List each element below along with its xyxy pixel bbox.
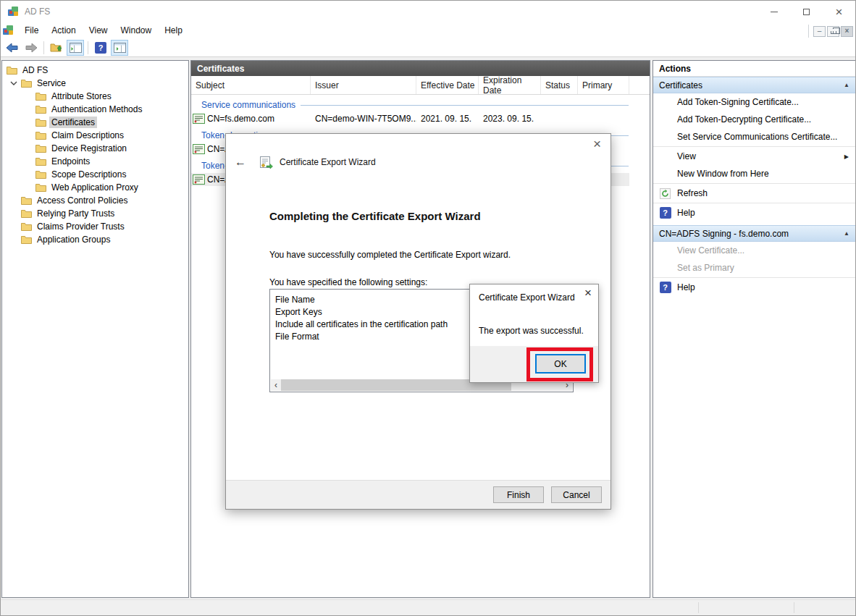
close-icon[interactable]: ×	[584, 287, 592, 299]
tree-item-device-registration[interactable]: Device Registration	[2, 142, 188, 155]
console-icon	[2, 25, 14, 36]
action-view[interactable]: View ▶	[653, 148, 855, 165]
folder-icon	[21, 209, 32, 218]
column-effective-date[interactable]: Effective Date	[416, 76, 479, 94]
menu-view[interactable]: View	[83, 23, 114, 38]
child-minimize-button[interactable]: –	[813, 26, 826, 37]
back-arrow-icon[interactable]: ←	[232, 156, 249, 169]
tree-item-label: Application Groups	[35, 234, 112, 245]
certificate-icon	[193, 174, 205, 185]
collapse-icon[interactable]: ▲	[844, 82, 849, 88]
finish-button[interactable]: Finish	[493, 486, 544, 503]
group-rule	[301, 105, 629, 106]
column-issuer[interactable]: Issuer	[311, 76, 416, 94]
forward-arrow-icon	[25, 43, 38, 53]
actions-section-certificates[interactable]: Certificates ▲	[653, 77, 855, 93]
cancel-button[interactable]: Cancel	[551, 486, 602, 503]
folder-icon	[35, 105, 46, 114]
column-expiration-date[interactable]: Expiration Date	[479, 76, 541, 94]
folder-icon	[35, 170, 46, 179]
scroll-left-icon[interactable]: ‹	[271, 379, 281, 391]
toolbar: ?	[1, 38, 855, 57]
up-one-level-button[interactable]	[48, 40, 65, 56]
tree-item-label: Scope Descriptions	[49, 169, 128, 180]
collapse-icon[interactable]: ▲	[844, 230, 849, 237]
tree-item-label: AD FS	[20, 64, 50, 76]
column-subject[interactable]: Subject	[191, 76, 311, 94]
action-help-2[interactable]: ? Help	[653, 279, 855, 296]
certificate-row[interactable]: CN=fs.demo.com CN=demo-WIN-7T5OM9... 202…	[191, 112, 629, 125]
action-set-service-communications[interactable]: Set Service Communications Certificate..…	[653, 128, 855, 145]
menu-action[interactable]: Action	[45, 23, 82, 38]
console-tree-icon	[70, 43, 82, 53]
show-console-tree-button[interactable]	[67, 40, 84, 56]
tree-item-adfs[interactable]: AD FS	[2, 64, 188, 77]
status-bar	[1, 599, 855, 615]
action-view-certificate[interactable]: View Certificate...	[653, 242, 855, 259]
close-button[interactable]: ×	[823, 1, 855, 22]
forward-button[interactable]	[22, 40, 40, 56]
tree-item-label: Access Control Policies	[35, 195, 130, 206]
actions-separator	[653, 183, 855, 184]
column-status[interactable]: Status	[541, 76, 578, 94]
status-separator	[698, 602, 699, 613]
tree-item-label: Endpoints	[49, 156, 92, 167]
msgbox-title: Certificate Export Wizard	[479, 292, 575, 303]
folder-icon	[21, 235, 32, 244]
minimize-button[interactable]	[758, 1, 790, 22]
maximize-icon	[803, 9, 810, 15]
tree-item-claim-descriptions[interactable]: Claim Descriptions	[2, 129, 188, 142]
column-primary[interactable]: Primary	[578, 76, 629, 94]
tree-item-web-application-proxy[interactable]: Web Application Proxy	[2, 181, 188, 194]
folder-icon	[35, 131, 46, 140]
cert-issuer: CN=demo-WIN-7T5OM9...	[311, 114, 416, 124]
folder-icon	[21, 196, 32, 205]
folder-icon	[35, 183, 46, 192]
action-help[interactable]: ? Help	[653, 204, 855, 221]
tree-item-scope-descriptions[interactable]: Scope Descriptions	[2, 168, 188, 181]
actions-header: Actions	[653, 61, 855, 77]
minimize-icon: –	[818, 28, 822, 35]
action-new-window[interactable]: New Window from Here	[653, 165, 855, 182]
action-set-as-primary[interactable]: Set as Primary	[653, 259, 855, 277]
certificate-icon	[193, 114, 205, 124]
actions-panel: Actions Certificates ▲ Add Token-Signing…	[653, 60, 856, 598]
actions-section-adfs-signing[interactable]: CN=ADFS Signing - fs.demo.com ▲	[653, 225, 855, 242]
child-restore-button[interactable]	[827, 26, 839, 37]
show-action-pane-button[interactable]	[111, 40, 128, 56]
section-title: Certificates	[659, 80, 844, 90]
tree-item-claims-provider-trusts[interactable]: Claims Provider Trusts	[2, 220, 188, 233]
adfs-window: AD FS × File Action View Window Help – ×	[0, 0, 856, 616]
action-add-token-signing[interactable]: Add Token-Signing Certificate...	[653, 93, 855, 111]
close-icon[interactable]: ×	[593, 137, 601, 151]
close-icon: ×	[845, 28, 849, 35]
tree-item-access-control-policies[interactable]: Access Control Policies	[2, 194, 188, 207]
wizard-success-text: You have successfully completed the Cert…	[269, 250, 511, 260]
refresh-icon	[656, 188, 674, 199]
tree-item-certificates[interactable]: Certificates	[2, 116, 188, 129]
help-button[interactable]: ?	[92, 40, 109, 56]
group-label: Service communications	[191, 100, 295, 110]
tree-item-service[interactable]: Service	[2, 77, 188, 90]
tree-item-endpoints[interactable]: Endpoints	[2, 155, 188, 168]
back-button[interactable]	[4, 40, 21, 56]
highlight-annotation	[526, 347, 593, 381]
menu-help[interactable]: Help	[158, 23, 189, 38]
chevron-down-icon[interactable]	[7, 81, 21, 85]
tree-item-authentication-methods[interactable]: Authentication Methods	[2, 103, 188, 116]
list-title-bar: Certificates	[191, 61, 650, 76]
menu-file[interactable]: File	[18, 23, 45, 38]
maximize-button[interactable]	[790, 1, 823, 22]
tree-item-relying-party-trusts[interactable]: Relying Party Trusts	[2, 207, 188, 220]
tree-item-attribute-stores[interactable]: Attribute Stores	[2, 90, 188, 103]
action-refresh[interactable]: Refresh	[653, 185, 855, 202]
list-title: Certificates	[197, 64, 244, 74]
folder-icon	[21, 79, 32, 88]
tree-item-label: Device Registration	[49, 143, 129, 154]
menu-window[interactable]: Window	[114, 23, 159, 38]
child-close-button[interactable]: ×	[841, 26, 853, 37]
action-add-token-decrypting[interactable]: Add Token-Decrypting Certificate...	[653, 111, 855, 128]
action-pane-icon	[114, 43, 126, 53]
tree-item-application-groups[interactable]: Application Groups	[2, 233, 188, 246]
toolbar-separator	[43, 41, 44, 54]
